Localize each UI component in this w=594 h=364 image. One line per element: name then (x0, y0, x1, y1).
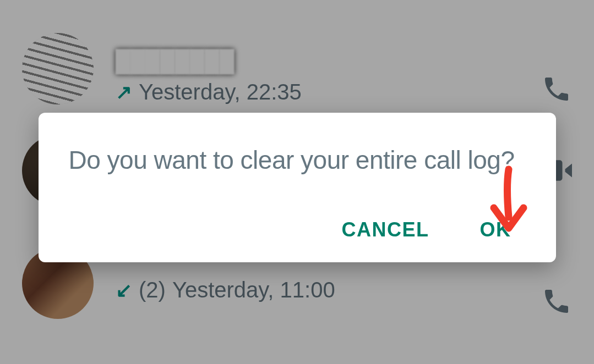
ok-button[interactable]: OK (477, 213, 515, 247)
cancel-button[interactable]: CANCEL (339, 213, 433, 247)
dialog-actions: CANCEL OK (69, 213, 526, 247)
modal-overlay[interactable]: Do you want to clear your entire call lo… (0, 0, 594, 364)
dialog-message: Do you want to clear your entire call lo… (69, 143, 526, 177)
confirm-dialog: Do you want to clear your entire call lo… (39, 113, 556, 262)
